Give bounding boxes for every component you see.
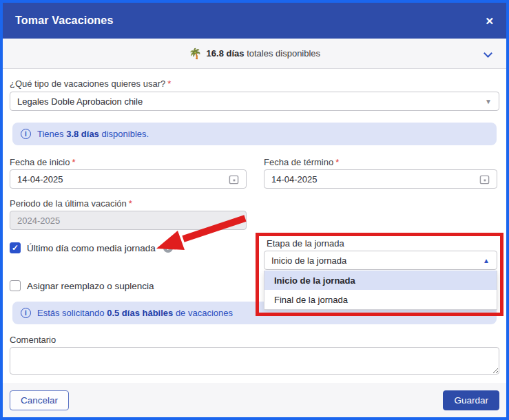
vacation-type-value: Legales Doble Aprobacion chile xyxy=(17,96,485,107)
info-icon: i xyxy=(21,129,31,139)
stage-option-final[interactable]: Final de la jornada xyxy=(264,290,497,309)
end-date-input[interactable]: 14-04-2025 xyxy=(264,169,497,189)
last-vacation-period-input: 2024-2025 xyxy=(10,211,247,230)
tomar-vacaciones-modal: Tomar Vacaciones ✕ 🌴 16.8 días totales d… xyxy=(0,0,509,420)
replacement-checkbox-label: Asignar reemplazo o suplencia xyxy=(27,281,154,291)
close-icon[interactable]: ✕ xyxy=(485,16,494,26)
available-days-banner: i Tienes 3.8 días disponibles. xyxy=(12,123,497,145)
checkbox-unchecked-icon[interactable] xyxy=(10,280,21,291)
stage-select-value: Inicio de la jornada xyxy=(271,255,483,266)
start-date-input[interactable]: 14-04-2025 xyxy=(10,169,247,189)
days-summary-bar[interactable]: 🌴 16.8 días totales disponibles xyxy=(3,39,506,69)
last-vacation-period-value: 2024-2025 xyxy=(17,216,239,226)
help-icon[interactable]: ? xyxy=(163,243,173,253)
modal-footer: Cancelar Guardar xyxy=(3,383,506,417)
stage-option-inicio[interactable]: Inicio de la jornada xyxy=(264,271,497,290)
replacement-checkbox-row[interactable]: Asignar reemplazo o suplencia xyxy=(10,280,154,291)
requesting-text: Estás solicitando 0.5 días hábiles de va… xyxy=(37,308,233,318)
calendar-icon[interactable] xyxy=(479,174,490,185)
comment-textarea[interactable] xyxy=(10,347,499,375)
vacation-type-select[interactable]: Legales Doble Aprobacion chile ▼ xyxy=(10,92,499,111)
modal-body: ¿Qué tipo de vacaciones quieres usar?* L… xyxy=(3,69,506,383)
stage-label: Etapa de la jornada xyxy=(267,238,344,249)
comment-label: Comentario xyxy=(10,335,56,345)
caret-down-icon: ▼ xyxy=(485,98,492,105)
calendar-icon[interactable] xyxy=(229,174,239,185)
save-button[interactable]: Guardar xyxy=(443,390,499,410)
half-day-checkbox-row[interactable]: ✓ Último día como media jornada ? xyxy=(10,242,173,253)
checkbox-checked-icon[interactable]: ✓ xyxy=(10,242,21,253)
half-day-checkbox-label: Último día como media jornada xyxy=(27,243,156,253)
last-vacation-period-label: Periodo de la última vacación* xyxy=(10,198,132,209)
modal-header: Tomar Vacaciones ✕ xyxy=(3,3,506,39)
palm-tree-icon: 🌴 xyxy=(189,48,202,60)
cancel-button[interactable]: Cancelar xyxy=(10,390,69,410)
summary-text: 16.8 días totales disponibles xyxy=(207,48,321,59)
vacation-type-label: ¿Qué tipo de vacaciones quieres usar?* xyxy=(10,78,171,89)
info-icon: i xyxy=(21,308,31,318)
end-date-label: Fecha de término* xyxy=(264,157,339,167)
end-date-value: 14-04-2025 xyxy=(271,174,479,185)
start-date-value: 14-04-2025 xyxy=(17,174,229,185)
stage-select[interactable]: Inicio de la jornada ▲ xyxy=(264,251,497,270)
caret-up-icon: ▲ xyxy=(483,257,490,264)
modal-title: Tomar Vacaciones xyxy=(15,14,114,27)
chevron-down-icon[interactable] xyxy=(484,49,492,58)
stage-options-menu: Inicio de la jornada Final de la jornada xyxy=(264,271,497,310)
start-date-label: Fecha de inicio* xyxy=(10,157,76,167)
available-days-text: Tienes 3.8 días disponibles. xyxy=(37,129,149,139)
